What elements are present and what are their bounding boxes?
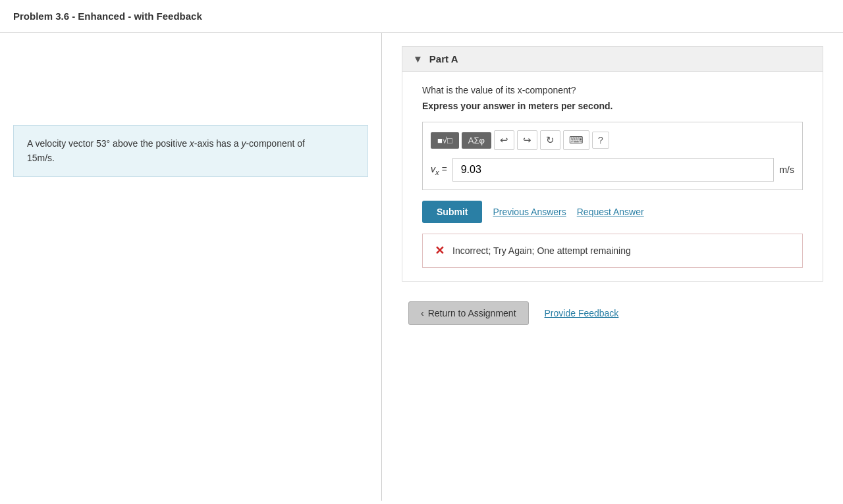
redo-button[interactable]: ↪ xyxy=(517,130,537,150)
answer-row: vx = m/s xyxy=(431,158,794,182)
feedback-text: Incorrect; Try Again; One attempt remain… xyxy=(452,245,631,256)
answer-input[interactable] xyxy=(452,158,775,182)
incorrect-icon: ✕ xyxy=(435,243,445,258)
undo-button[interactable]: ↩ xyxy=(494,130,514,150)
return-to-assignment-button[interactable]: ‹ Return to Assignment xyxy=(408,301,529,325)
math-template-button[interactable]: ■√□ xyxy=(431,132,459,149)
action-row: Submit Previous Answers Request Answer xyxy=(422,201,803,223)
right-panel: ▼ Part A What is the value of its x-comp… xyxy=(382,33,843,501)
keyboard-button[interactable]: ⌨ xyxy=(563,130,589,150)
submit-button[interactable]: Submit xyxy=(422,201,482,223)
part-a-header: ▼ Part A xyxy=(402,47,823,72)
problem-statement: A velocity vector 53° above the positive… xyxy=(13,125,368,177)
toolbar: ■√□ ΑΣφ ↩ ↪ ↻ ⌨ ? xyxy=(431,130,794,150)
express-instruction: Express your answer in meters per second… xyxy=(422,101,803,111)
answer-variable-label: vx = xyxy=(431,164,447,176)
question-text: What is the value of its x-component? xyxy=(422,85,803,95)
left-panel: A velocity vector 53° above the positive… xyxy=(0,33,382,501)
bottom-actions: ‹ Return to Assignment Provide Feedback xyxy=(402,301,823,325)
part-a-content: What is the value of its x-component? Ex… xyxy=(402,72,823,281)
problem-text-line2: 15m/s. xyxy=(27,153,55,163)
part-a-section: ▼ Part A What is the value of its x-comp… xyxy=(402,46,823,282)
part-a-label: Part A xyxy=(429,53,458,64)
provide-feedback-button[interactable]: Provide Feedback xyxy=(545,308,619,318)
return-label: Return to Assignment xyxy=(428,308,516,318)
symbol-button[interactable]: ΑΣφ xyxy=(462,132,491,149)
collapse-chevron-icon[interactable]: ▼ xyxy=(413,53,423,64)
page-title: Problem 3.6 - Enhanced - with Feedback xyxy=(0,0,843,33)
answer-unit: m/s xyxy=(779,164,794,175)
problem-text-line1: A velocity vector 53° above the positive… xyxy=(27,138,305,149)
refresh-button[interactable]: ↻ xyxy=(540,130,560,150)
previous-answers-button[interactable]: Previous Answers xyxy=(493,207,566,217)
help-button[interactable]: ? xyxy=(592,132,609,149)
feedback-box: ✕ Incorrect; Try Again; One attempt rema… xyxy=(422,234,803,268)
math-input-area: ■√□ ΑΣφ ↩ ↪ ↻ ⌨ ? vx = m/s xyxy=(422,122,803,190)
return-chevron-icon: ‹ xyxy=(421,308,424,318)
request-answer-button[interactable]: Request Answer xyxy=(577,207,644,217)
